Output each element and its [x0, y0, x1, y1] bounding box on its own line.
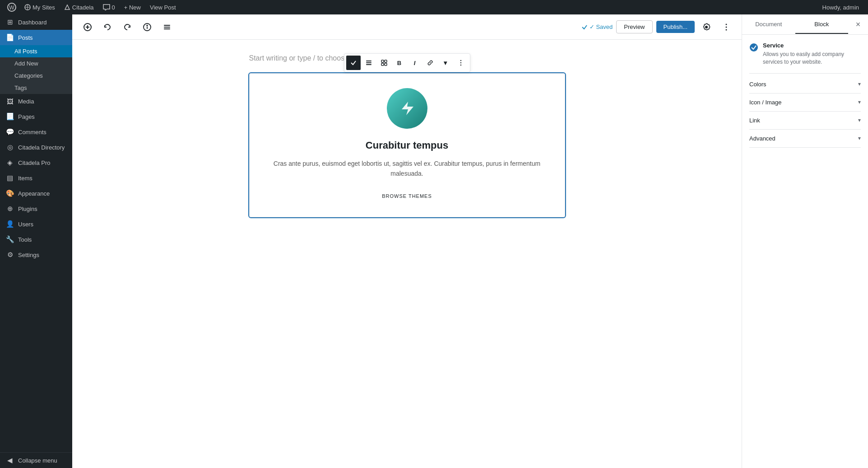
pages-icon: 📃 [5, 112, 14, 121]
block-more-button[interactable] [454, 56, 468, 70]
sidebar-item-categories[interactable]: Categories [0, 70, 72, 82]
svg-rect-20 [381, 60, 384, 62]
add-block-button[interactable] [79, 19, 96, 35]
service-info-text: Service Allows you to easily add company… [763, 42, 861, 66]
panel-content: Service Allows you to easily add company… [742, 35, 868, 468]
service-title: Curabitur tempus [260, 140, 554, 151]
sidebar-item-tags[interactable]: Tags [0, 82, 72, 94]
editor-toolbar: ✓ Saved Preview Publish... [72, 14, 742, 40]
colors-section: Colors ▾ [749, 75, 861, 94]
media-icon: 🖼 [5, 98, 14, 105]
more-tools-button[interactable] [159, 19, 175, 35]
svg-rect-18 [366, 62, 371, 63]
sidebar-item-appearance[interactable]: 🎨 Appearance [0, 186, 72, 201]
svg-point-16 [726, 29, 727, 30]
sidebar: ⊞ Dashboard 📄 Posts All Posts Add New Ca… [0, 14, 72, 468]
editor-content[interactable]: Start writing or type / to choose a bloc… [72, 40, 742, 468]
citadela-dir-icon: ◎ [5, 143, 14, 151]
view-post-link[interactable]: View Post [145, 0, 181, 14]
svg-rect-23 [385, 63, 387, 66]
main-layout: ⊞ Dashboard 📄 Posts All Posts Add New Ca… [0, 14, 868, 468]
icon-image-chevron-icon: ▾ [858, 99, 861, 105]
sidebar-item-comments[interactable]: 💬 Comments [0, 124, 72, 140]
more-options-button[interactable] [718, 19, 734, 35]
service-card: Curabitur tempus Cras ante purus, euismo… [249, 73, 565, 217]
sidebar-item-citadela-directory[interactable]: ◎ Citadela Directory [0, 140, 72, 155]
block-link-button[interactable] [423, 56, 437, 70]
saved-indicator: ✓ Saved [581, 23, 613, 30]
browse-themes-button[interactable]: BROWSE THEMES [375, 190, 439, 202]
my-sites-link[interactable]: My Sites [20, 0, 60, 14]
panel-close-button[interactable]: × [850, 16, 866, 33]
icon-image-section-header[interactable]: Icon / Image ▾ [749, 94, 861, 111]
tab-document[interactable]: Document [742, 15, 795, 34]
sidebar-item-users[interactable]: 👤 Users [0, 216, 72, 232]
block-grid-button[interactable] [377, 56, 391, 70]
editor-area: ✓ Saved Preview Publish... [72, 14, 742, 468]
posts-icon: 📄 [5, 33, 14, 42]
block-check-button[interactable] [346, 56, 361, 70]
block-bold-button[interactable]: B [392, 56, 407, 70]
service-info-section: Service Allows you to easily add company… [749, 42, 861, 74]
tab-block[interactable]: Block [795, 15, 849, 34]
svg-point-14 [726, 23, 727, 25]
advanced-chevron-icon: ▾ [858, 135, 861, 141]
svg-rect-21 [385, 60, 387, 62]
preview-button[interactable]: Preview [616, 20, 652, 33]
new-link[interactable]: + New [120, 0, 145, 14]
dashboard-icon: ⊞ [5, 18, 14, 26]
redo-button[interactable] [119, 19, 135, 35]
service-icon-circle [387, 88, 427, 129]
link-section-header[interactable]: Link ▾ [749, 112, 861, 129]
svg-rect-22 [381, 63, 384, 66]
sidebar-item-citadela-pro[interactable]: ◈ Citadela Pro [0, 155, 72, 170]
settings-button[interactable] [698, 19, 715, 35]
svg-rect-13 [164, 28, 170, 29]
sidebar-item-posts[interactable]: 📄 Posts [0, 30, 72, 45]
svg-point-25 [460, 62, 461, 63]
icon-image-section: Icon / Image ▾ [749, 94, 861, 112]
svg-text:W: W [9, 5, 14, 11]
service-block-wrapper[interactable]: B I ▾ [249, 73, 565, 217]
block-toolbar: B I ▾ [344, 53, 470, 72]
service-description: Cras ante purus, euismod eget lobortis u… [260, 159, 554, 179]
svg-point-27 [750, 43, 758, 51]
wp-logo[interactable]: W [4, 0, 20, 14]
comments-link[interactable]: 0 [98, 0, 120, 14]
svg-rect-12 [164, 27, 170, 28]
sidebar-item-plugins[interactable]: ⊕ Plugins [0, 201, 72, 216]
colors-section-header[interactable]: Colors ▾ [749, 75, 861, 93]
service-check-icon [749, 43, 758, 54]
info-button[interactable] [139, 19, 155, 35]
citadela-link[interactable]: Citadela [60, 0, 98, 14]
sidebar-item-collapse[interactable]: ◀ Collapse menu [0, 452, 72, 468]
tools-icon: 🔧 [5, 235, 14, 243]
sidebar-item-settings[interactable]: ⚙ Settings [0, 247, 72, 262]
sidebar-item-dashboard[interactable]: ⊞ Dashboard [0, 14, 72, 30]
undo-button[interactable] [99, 19, 116, 35]
sidebar-item-items[interactable]: ▤ Items [0, 170, 72, 186]
users-icon: 👤 [5, 220, 14, 228]
svg-rect-11 [164, 25, 170, 26]
svg-point-10 [147, 25, 148, 26]
sidebar-item-tools[interactable]: 🔧 Tools [0, 232, 72, 247]
items-icon: ▤ [5, 174, 14, 182]
sidebar-item-add-new[interactable]: Add New [0, 57, 72, 70]
advanced-section-header[interactable]: Advanced ▾ [749, 130, 861, 147]
collapse-icon: ◀ [5, 456, 14, 464]
link-section: Link ▾ [749, 112, 861, 130]
block-italic-button[interactable]: I [408, 56, 422, 70]
svg-rect-17 [366, 61, 371, 61]
sidebar-item-pages[interactable]: 📃 Pages [0, 109, 72, 124]
publish-button[interactable]: Publish... [656, 21, 695, 33]
svg-rect-19 [366, 64, 371, 65]
block-list-button[interactable] [362, 56, 376, 70]
posts-submenu: All Posts Add New Categories Tags [0, 45, 72, 94]
sidebar-item-media[interactable]: 🖼 Media [0, 94, 72, 109]
block-arrow-button[interactable]: ▾ [438, 56, 453, 70]
admin-bar: W My Sites Citadela 0 + New View Post Ho… [0, 0, 868, 14]
panel-header: Document Block × [742, 14, 868, 35]
sidebar-item-all-posts[interactable]: All Posts [0, 45, 72, 57]
advanced-section: Advanced ▾ [749, 130, 861, 148]
comments-sidebar-icon: 💬 [5, 128, 14, 136]
